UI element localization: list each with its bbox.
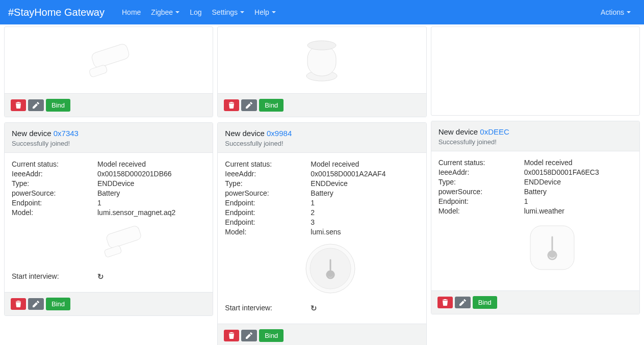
column-2: Bind New device 0x9984 Successfully join…	[217, 26, 426, 345]
device-card: New device 0x9984 Successfully joined! C…	[217, 122, 426, 345]
bind-button[interactable]: Bind	[46, 298, 70, 310]
nav-home[interactable]: Home	[117, 5, 146, 19]
edit-button[interactable]	[455, 297, 471, 308]
nav-help[interactable]: Help	[249, 5, 281, 19]
contact-sensor-icon	[97, 223, 148, 262]
svg-point-9	[327, 271, 333, 277]
svg-rect-2	[106, 225, 142, 249]
delete-button[interactable]	[11, 99, 26, 111]
device-title: New device 0xDEEC	[439, 127, 632, 136]
device-image	[12, 218, 205, 268]
device-card: New device 0xDEEC Successfully joined! C…	[431, 121, 640, 314]
device-card-top: Bind	[4, 26, 213, 117]
delete-button[interactable]	[437, 297, 453, 308]
bind-button[interactable]: Bind	[259, 329, 284, 342]
device-title: New device 0x9984	[225, 129, 419, 138]
column-3: New device 0xDEEC Successfully joined! C…	[431, 26, 640, 345]
delete-button[interactable]	[224, 99, 239, 111]
start-interview-label: Start interview:	[12, 272, 97, 281]
device-link[interactable]: 0xDEEC	[480, 127, 509, 136]
nav-links: Home Zigbee Log Settings Help	[117, 5, 281, 19]
card-footer: Bind	[431, 290, 639, 314]
edit-button[interactable]	[28, 99, 44, 111]
bind-button[interactable]: Bind	[46, 99, 70, 112]
svg-point-11	[549, 251, 556, 258]
weather-sensor-icon	[524, 222, 580, 275]
device-link[interactable]: 0x9984	[267, 129, 292, 138]
edit-icon	[459, 299, 466, 306]
bind-button[interactable]: Bind	[473, 296, 497, 309]
device-subtitle: Successfully joined!	[12, 140, 205, 147]
device-image	[431, 27, 639, 115]
card-header: New device 0x9984 Successfully joined!	[218, 123, 426, 153]
device-card: New device 0x7343 Successfully joined! C…	[4, 122, 213, 316]
refresh-icon[interactable]: ↻	[97, 272, 104, 281]
brand[interactable]: #StayHome Gateway	[8, 7, 105, 18]
card-body: Current status:Model received IeeeAddr:0…	[431, 151, 639, 290]
device-image	[225, 237, 419, 300]
chevron-down-icon	[175, 11, 179, 13]
trash-icon	[15, 102, 21, 109]
trash-icon	[15, 301, 21, 307]
device-grid: Bind New device 0x7343 Successfully join…	[0, 24, 644, 345]
card-body: Current status:Model received IeeeAddr:0…	[218, 153, 426, 324]
device-image	[5, 27, 213, 93]
contact-sensor-icon	[81, 40, 137, 81]
bind-button[interactable]: Bind	[259, 99, 284, 112]
column-1: Bind New device 0x7343 Successfully join…	[4, 26, 213, 345]
edit-icon	[33, 102, 39, 109]
card-footer: Bind	[5, 93, 213, 117]
chevron-down-icon	[272, 11, 276, 13]
edit-icon	[33, 301, 39, 307]
delete-button[interactable]	[11, 298, 26, 310]
device-image	[218, 27, 426, 93]
temperature-sensor-icon	[302, 241, 358, 297]
nav-actions[interactable]: Actions	[596, 5, 636, 19]
nav-settings[interactable]: Settings	[207, 5, 250, 19]
card-footer: Bind	[218, 93, 426, 117]
navbar: #StayHome Gateway Home Zigbee Log Settin…	[0, 0, 644, 24]
svg-point-6	[307, 41, 336, 50]
edit-button[interactable]	[241, 99, 257, 111]
device-image	[439, 217, 632, 281]
device-card-top: Bind	[217, 26, 426, 117]
chevron-down-icon	[240, 11, 244, 13]
card-footer: Bind	[218, 324, 426, 345]
device-link[interactable]: 0x7343	[54, 129, 79, 138]
svg-rect-0	[91, 43, 131, 69]
device-title: New device 0x7343	[12, 129, 205, 138]
trash-icon	[228, 102, 235, 109]
edit-button[interactable]	[28, 298, 44, 310]
device-card-top	[431, 26, 640, 116]
motion-sensor-icon	[299, 36, 345, 85]
delete-button[interactable]	[224, 330, 239, 341]
edit-button[interactable]	[241, 330, 257, 341]
trash-icon	[442, 299, 448, 306]
nav-zigbee[interactable]: Zigbee	[146, 5, 185, 19]
edit-icon	[246, 332, 252, 339]
card-header: New device 0x7343 Successfully joined!	[5, 123, 213, 153]
start-interview-label: Start interview:	[225, 304, 311, 313]
device-subtitle: Successfully joined!	[439, 138, 632, 146]
trash-icon	[228, 332, 235, 339]
device-subtitle: Successfully joined!	[225, 140, 419, 147]
edit-icon	[246, 102, 252, 109]
card-body: Current status:Model received IeeeAddr:0…	[5, 153, 213, 292]
refresh-icon[interactable]: ↻	[311, 304, 317, 313]
card-header: New device 0xDEEC Successfully joined!	[431, 121, 639, 151]
card-footer: Bind	[5, 292, 213, 315]
chevron-down-icon	[627, 11, 631, 13]
nav-log[interactable]: Log	[185, 5, 207, 19]
